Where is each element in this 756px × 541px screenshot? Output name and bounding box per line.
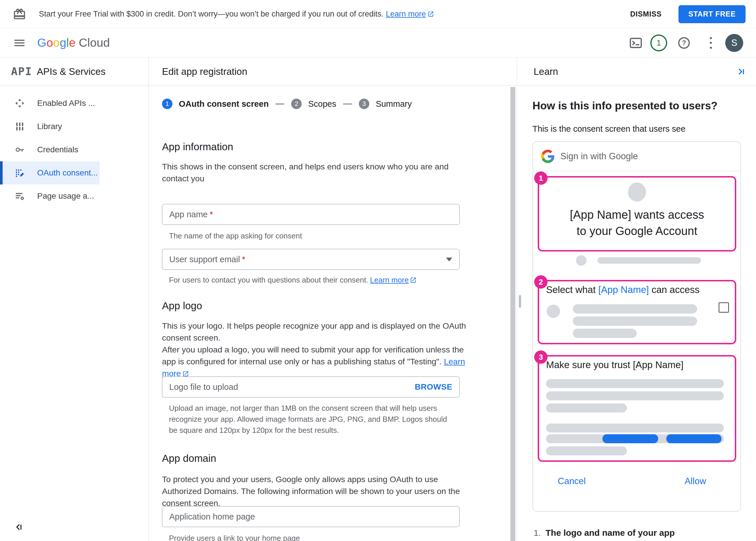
step-scopes[interactable]: 2 Scopes: [291, 99, 336, 109]
placeholder-bar: [573, 329, 637, 338]
footnote-number: 1.: [534, 528, 541, 538]
google-cloud-logo[interactable]: Google Cloud: [37, 28, 110, 57]
placeholder-bar: [546, 403, 627, 412]
main-panel: Edit app registration 1 OAuth consent sc…: [149, 57, 517, 541]
sidebar-item-library[interactable]: Library: [0, 115, 149, 138]
annotation-badge-1: 1: [534, 172, 548, 185]
placeholder-bar: [573, 304, 697, 313]
page-title: Edit app registration: [162, 66, 247, 77]
annotation-box-app-identity: [App Name] wants access to your Google A…: [538, 176, 736, 252]
page-usage-icon: [15, 191, 25, 201]
required-asterisk: *: [210, 210, 213, 219]
sidebar-item-label: Enabled APIs ...: [37, 99, 95, 108]
logo-upload-helper: Upload an image, not larger than 1MB on …: [169, 403, 455, 436]
step-number: 1: [162, 99, 172, 109]
placeholder-bar: [546, 391, 724, 400]
sidebar-item-label: OAuth consent...: [37, 168, 98, 178]
collapse-learn-panel-icon[interactable]: [736, 66, 747, 77]
email-placeholder-bar: [597, 257, 701, 264]
sidebar-nav: Enabled APIs ... Library Credentials OAu…: [0, 92, 149, 208]
step-label: Summary: [376, 99, 412, 109]
step-oauth-consent-screen[interactable]: 1 OAuth consent screen: [162, 99, 269, 109]
scopes-heading: Select what [App Name] can access: [546, 284, 699, 295]
browse-button[interactable]: BROWSE: [415, 382, 452, 392]
consent-screen-preview: Sign in with Google 1 [App Name] wants a…: [532, 141, 741, 512]
main-scrollbar[interactable]: [510, 87, 515, 541]
notifications-badge[interactable]: 1: [650, 35, 667, 51]
google-g-icon: [541, 150, 555, 163]
email-learn-more-link[interactable]: Learn more: [370, 275, 409, 284]
consent-preview-header: Sign in with Google: [533, 142, 740, 171]
account-avatar[interactable]: S: [725, 34, 743, 52]
sidebar-item-label: Credentials: [37, 145, 78, 154]
sidebar-header: API APIs & Services: [0, 57, 148, 86]
google-logo-google: Google: [37, 36, 75, 50]
external-link-icon: [427, 11, 434, 17]
start-free-button[interactable]: START FREE: [678, 5, 746, 23]
google-logo-cloud: Cloud: [79, 36, 110, 50]
app-name-helper: The name of the app asking for consent: [169, 230, 302, 241]
sidebar-item-enabled-apis[interactable]: Enabled APIs ...: [0, 92, 149, 115]
learn-heading: How is this info presented to users?: [532, 100, 717, 112]
app-name-label: App name: [169, 210, 208, 219]
more-options-icon[interactable]: [710, 37, 712, 49]
app-name-field[interactable]: App name*: [162, 204, 460, 225]
account-placeholder: [576, 255, 586, 266]
scope-checkbox: [719, 302, 729, 313]
collapse-sidebar-icon[interactable]: [13, 522, 24, 533]
email-helper: For users to contact you with questions …: [169, 274, 417, 285]
sidebar-item-credentials[interactable]: Credentials: [0, 138, 149, 161]
app-header: Google Cloud Logto SSO Demo Search 1 ? S: [0, 28, 756, 57]
gift-icon: [13, 8, 26, 21]
placeholder-bar: [546, 423, 724, 432]
app-logo-placeholder: [628, 183, 646, 202]
app-information-heading: App information: [162, 141, 233, 153]
user-support-email-select[interactable]: User support email*: [162, 249, 460, 270]
app-domain-description: To protect you and your users, Google on…: [162, 473, 462, 509]
link-placeholder-pill: [602, 434, 658, 443]
sidebar-item-oauth-consent[interactable]: OAuth consent...: [0, 161, 100, 185]
stepper: 1 OAuth consent screen 2 Scopes 3 Summar…: [162, 99, 412, 109]
dismiss-button[interactable]: DISMISS: [622, 5, 670, 24]
external-link-icon: [410, 277, 417, 283]
app-domain-heading: App domain: [162, 452, 216, 464]
annotation-badge-3: 3: [534, 350, 548, 364]
application-home-page-field[interactable]: Application home page: [162, 506, 460, 527]
banner-actions: DISMISS START FREE: [622, 5, 746, 24]
panel-resize-handle[interactable]: [519, 295, 521, 308]
annotation-box-trust: Make sure you trust [App Name]: [538, 355, 736, 462]
trust-heading: Make sure you trust [App Name]: [546, 359, 683, 370]
placeholder-bar: [546, 434, 724, 443]
menu-icon[interactable]: [13, 36, 26, 50]
avatar-letter: S: [731, 38, 737, 48]
external-link-icon: [182, 370, 189, 377]
oauth-consent-icon: [15, 168, 25, 178]
enabled-apis-icon: [15, 98, 25, 109]
sidebar: API APIs & Services Enabled APIs ... Lib…: [0, 57, 149, 541]
svg-text:?: ?: [682, 39, 686, 47]
banner-learn-more-link[interactable]: Learn more: [386, 10, 426, 18]
home-page-helper: Provide users a link to your home page: [169, 533, 300, 541]
annotation-box-scopes: Select what [App Name] can access: [538, 280, 736, 344]
home-page-label: Application home page: [169, 512, 255, 522]
logo-upload-field[interactable]: Logo file to upload BROWSE: [162, 376, 460, 397]
step-divider: [276, 104, 284, 104]
preview-allow-button: Allow: [685, 476, 706, 486]
cloud-shell-icon[interactable]: [629, 36, 643, 50]
learn-panel: Learn How is this info presented to user…: [517, 57, 756, 541]
footnote: 1. The logo and name of your app: [534, 528, 675, 538]
dropdown-caret-icon: [446, 258, 452, 262]
app-logo-heading: App logo: [162, 300, 202, 311]
sign-in-with-google-label: Sign in with Google: [560, 151, 638, 162]
learn-title: Learn: [534, 66, 558, 77]
footnote-text: The logo and name of your app: [546, 528, 675, 538]
required-asterisk: *: [242, 255, 245, 264]
api-product-logo: API: [11, 65, 32, 78]
sidebar-item-page-usage[interactable]: Page usage a...: [0, 185, 149, 208]
step-label: Scopes: [308, 99, 336, 109]
step-summary[interactable]: 3 Summary: [359, 99, 412, 109]
free-trial-banner: Start your Free Trial with $300 in credi…: [0, 0, 756, 28]
placeholder-bar: [573, 316, 697, 326]
help-icon[interactable]: ?: [677, 36, 691, 50]
step-divider: [343, 104, 352, 104]
